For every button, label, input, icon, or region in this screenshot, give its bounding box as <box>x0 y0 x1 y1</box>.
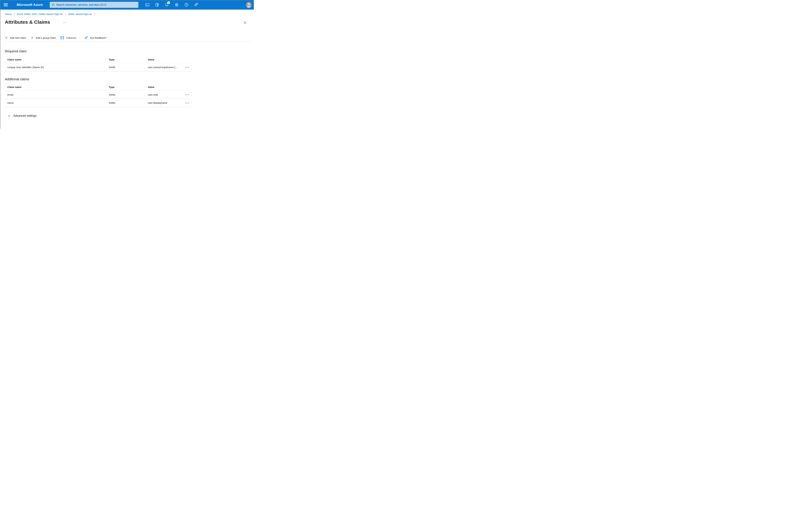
breadcrumb-separator-icon <box>64 13 66 15</box>
add-group-claim-label: Add a group claim <box>36 36 56 39</box>
feedback-person-icon <box>194 3 198 7</box>
claim-name-cell: email <box>5 93 106 96</box>
close-blade-button[interactable] <box>242 20 248 26</box>
brand-logo[interactable]: Microsoft Azure <box>17 3 43 7</box>
required-claim-heading: Required claim <box>5 49 27 53</box>
cloud-shell-button[interactable] <box>144 1 151 8</box>
advanced-settings-expander[interactable]: Advanced settings <box>7 114 37 118</box>
column-header-type: Type <box>106 86 145 89</box>
column-header-value: Value <box>145 58 183 61</box>
add-new-claim-label: Add new claim <box>10 36 26 39</box>
settings-gear-icon <box>174 3 179 7</box>
feedback-person-icon <box>84 36 88 40</box>
additional-claims-table: Claim name Type Value email SAML user.ma… <box>5 84 191 107</box>
breadcrumb-separator-icon <box>13 13 15 15</box>
columns-icon <box>60 36 64 39</box>
row-menu-button[interactable] <box>183 99 191 107</box>
hamburger-icon <box>4 3 8 6</box>
directory-filter-icon <box>155 3 159 7</box>
top-bar: Microsoft Azure <box>0 0 254 9</box>
table-row[interactable]: email SAML user.mail <box>5 91 191 99</box>
claim-type-cell: SAML <box>106 93 145 96</box>
page-overflow-menu-button[interactable] <box>62 22 66 24</box>
claim-type-cell: SAML <box>106 102 145 104</box>
global-search-box <box>50 2 138 8</box>
column-header-claim-name: Claim name <box>5 58 106 61</box>
ellipsis-icon <box>185 103 186 103</box>
claim-type-cell: SAML <box>106 66 145 69</box>
help-button[interactable] <box>183 1 190 8</box>
azure-portal-window: Microsoft Azure <box>0 0 254 129</box>
close-icon <box>243 21 247 25</box>
search-input[interactable] <box>56 3 137 6</box>
add-new-claim-button[interactable]: Add new claim <box>5 36 26 39</box>
breadcrumb-app-link[interactable]: Azure SAML SSO | SAML-based Sign-on <box>17 13 63 16</box>
search-icon <box>52 3 55 6</box>
column-header-type: Type <box>106 58 145 61</box>
claim-value-cell: user.mail <box>145 93 183 96</box>
notification-count-badge: 6 <box>167 1 170 4</box>
columns-button[interactable]: Columns <box>60 36 76 39</box>
breadcrumb-separator-icon <box>93 13 96 15</box>
breadcrumb-signon-link[interactable]: SAML-based Sign-on <box>68 13 92 16</box>
claim-name-cell: Unique User Identifier (Name ID) <box>5 66 106 69</box>
claim-name-cell: name <box>5 102 106 104</box>
columns-label: Columns <box>66 36 76 39</box>
column-header-value: Value <box>145 86 183 89</box>
avatar-body-shape <box>246 6 251 8</box>
table-row[interactable]: name SAML user.displayname <box>5 99 191 107</box>
plus-icon <box>31 36 34 39</box>
hamburger-menu-button[interactable] <box>2 1 9 8</box>
got-feedback-label: Got feedback? <box>90 36 107 39</box>
table-header-row: Claim name Type Value <box>5 84 191 91</box>
account-avatar[interactable] <box>246 2 252 8</box>
breadcrumb: Home Azure SAML SSO | SAML-based Sign-on… <box>5 13 97 16</box>
command-bar: Add new claim Add a group claim Columns <box>5 34 251 42</box>
table-header-row: Claim name Type Value <box>5 56 191 63</box>
settings-button[interactable] <box>173 1 180 8</box>
got-feedback-button[interactable]: Got feedback? <box>84 36 107 40</box>
plus-icon <box>5 36 8 39</box>
required-claim-table: Claim name Type Value Unique User Identi… <box>5 56 191 71</box>
advanced-settings-label: Advanced settings <box>13 114 36 117</box>
row-menu-button[interactable] <box>183 91 191 99</box>
avatar-head-shape <box>248 3 250 5</box>
directory-filter-button[interactable] <box>153 1 161 8</box>
row-menu-button[interactable] <box>183 63 191 71</box>
table-row[interactable]: Unique User Identifier (Name ID) SAML us… <box>5 63 191 71</box>
add-group-claim-button[interactable]: Add a group claim <box>31 36 56 39</box>
breadcrumb-home-link[interactable]: Home <box>5 13 11 16</box>
page-title: Attributes & Claims <box>5 19 50 25</box>
toolbar-divider <box>80 35 80 40</box>
column-header-claim-name: Claim name <box>5 86 106 89</box>
ellipsis-icon <box>185 94 186 95</box>
feedback-button[interactable] <box>193 1 200 8</box>
claim-value-cell: user.userprincipalname [... <box>145 66 183 69</box>
ellipsis-icon <box>185 67 186 67</box>
notifications-button[interactable]: 6 <box>163 1 170 8</box>
chevron-down-icon <box>7 114 11 117</box>
cloud-shell-icon <box>145 3 150 7</box>
window-frame-left <box>0 0 0 129</box>
additional-claims-heading: Additional claims <box>5 77 29 81</box>
claim-value-cell: user.displayname <box>145 102 183 104</box>
window-frame-top <box>0 0 254 0</box>
help-icon <box>184 3 188 7</box>
ellipsis-icon <box>63 22 63 23</box>
